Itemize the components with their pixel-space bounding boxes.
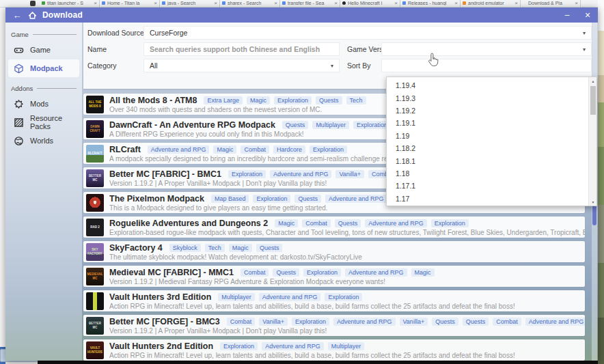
game-version-select[interactable]: ▾ — [381, 42, 592, 56]
modpack-tags: Extra LargeMagicExplorationQuestsTech — [204, 96, 366, 104]
tab-label: android emulator — [468, 1, 513, 5]
section-divider — [33, 34, 77, 35]
version-option[interactable]: 1.19.1 — [387, 117, 588, 129]
home-button[interactable] — [25, 8, 40, 23]
search-input[interactable] — [143, 42, 340, 56]
tab-favicon-icon — [102, 1, 105, 5]
modpack-title: Better MC [FORGE] - BMC3 — [109, 317, 220, 326]
browser-tab[interactable]: sharex - Search× — [220, 0, 280, 7]
sidebar-item-resource-packs[interactable]: Resource Packs — [8, 113, 79, 131]
category-select[interactable]: All ▾ — [143, 59, 340, 72]
version-option[interactable]: 1.19.2 — [387, 104, 588, 117]
browser-tab[interactable]: transfer file - Sea× — [280, 0, 340, 7]
game-version-dropdown: 1.19.4 1.19.3 1.19.2 1.19.1 1.19 1.18.2 … — [386, 76, 597, 206]
tab-close-icon[interactable]: × — [334, 0, 338, 6]
modpack-row[interactable]: SKY FACTORY SkyFactory 4SkyblockTechMagi… — [83, 241, 585, 262]
browser-tab[interactable]: titan launcher - S× — [40, 0, 100, 7]
tab-close-icon[interactable]: × — [154, 0, 157, 6]
back-arrow-icon: ← — [13, 10, 22, 20]
sidebar-item-mods[interactable]: Mods — [8, 95, 79, 113]
modpack-row[interactable]: MEDIEVAL MC Medieval MC [FABRIC] - MMC1C… — [83, 266, 585, 287]
modpack-description: Version 1.19.2 | Medieval Fantasy RPG Ad… — [109, 278, 585, 285]
chevron-down-icon: ▾ — [583, 46, 586, 53]
modpack-title: The Pixelmon Modpack — [109, 194, 204, 204]
tab-label: Releases - huangl — [408, 1, 453, 5]
sort-by-label: Sort By — [347, 61, 370, 70]
mouse-cursor-icon — [428, 53, 439, 67]
tab-favicon-icon — [42, 1, 45, 5]
modpack-title: Vault Hunters 3rd Edition — [109, 292, 211, 302]
sidebar-item-label: Resource Packs — [30, 114, 79, 130]
modpack-title: RLCraft — [109, 145, 141, 154]
modpack-row[interactable]: Vault Hunters 3rd EditionMultiplayerAdve… — [83, 290, 585, 311]
version-option[interactable]: 1.17.1 — [387, 180, 588, 192]
sidebar-item-worlds[interactable]: Worlds — [8, 132, 79, 150]
page-title: Download — [42, 10, 83, 20]
back-button[interactable]: ← — [10, 8, 25, 23]
sidebar-item-modpack[interactable]: Modpack — [8, 59, 79, 77]
version-option[interactable]: 1.19.4 — [387, 79, 588, 92]
close-button[interactable]: × — [580, 8, 595, 23]
tab-close-icon[interactable]: × — [575, 0, 578, 6]
modpack-tag: Exploration — [292, 318, 329, 326]
modpack-tag: Multiplayer — [312, 121, 349, 129]
sort-by-select[interactable] — [381, 59, 592, 72]
browser-tab[interactable]: Download & Pla× — [521, 0, 581, 7]
modpack-row[interactable]: BETTER MC Better MC [FORGE] - BMC3Combat… — [83, 315, 585, 336]
tab-close-icon[interactable]: × — [214, 0, 217, 6]
version-option[interactable]: 1.18.2 — [387, 142, 588, 154]
download-source-label: Download Source — [87, 29, 144, 37]
modpack-row[interactable]: RAD 2 Roguelike Adventures and Dungeons … — [83, 216, 585, 238]
modpack-tag: Map Based — [211, 195, 249, 203]
minimize-icon: – — [565, 10, 570, 20]
version-option[interactable]: 1.18 — [387, 167, 588, 180]
tab-close-icon[interactable]: × — [394, 0, 398, 6]
modpack-tag: Exploration — [310, 145, 347, 154]
version-option[interactable]: 1.19 — [387, 130, 588, 142]
modpack-tag: Exploration — [274, 96, 312, 104]
home-icon — [28, 11, 37, 20]
browser-tab[interactable]: Hello Minecraft l× — [340, 0, 400, 7]
version-option[interactable]: 1.18.1 — [387, 154, 588, 167]
scroll-down-icon[interactable]: ▼ — [589, 198, 597, 206]
minimize-button[interactable]: – — [560, 8, 575, 23]
modpack-tag: Exploration — [253, 195, 290, 203]
background-bottom-strip — [38, 361, 598, 364]
modpack-tag: Adventure and RPG — [333, 318, 396, 326]
sidebar: Game Game Modpack Addons — [5, 23, 82, 361]
browser-tab[interactable]: Releases - huangl× — [400, 0, 461, 7]
scroll-up-icon[interactable]: ▲ — [589, 77, 597, 85]
browser-tab[interactable]: java - Search× — [160, 0, 220, 7]
section-label: Addons — [11, 85, 33, 92]
tab-favicon-icon — [282, 1, 286, 5]
modpack-title: Vault Hunters 2nd Edition — [109, 341, 213, 351]
modpack-icon: BETTER MC — [86, 317, 104, 335]
dropdown-scrollbar[interactable]: ▲ ▼ — [588, 77, 596, 206]
modpack-tag: Magic — [229, 244, 252, 252]
browser-tab[interactable]: Home - Titan la× — [100, 0, 160, 7]
modpack-icon: SKY FACTORY — [86, 243, 104, 261]
modpack-icon: ALL THE MODS 8 — [86, 96, 104, 113]
tab-close-icon[interactable]: × — [94, 0, 97, 6]
dropdown-scrollbar-thumb[interactable] — [590, 86, 596, 115]
version-options: 1.19.4 1.19.3 1.19.2 1.19.1 1.19 1.18.2 … — [387, 77, 588, 206]
modpack-icon: MEDIEVAL MC — [86, 268, 104, 285]
sidebar-item-label: Game — [30, 46, 51, 54]
sidebar-item-label: Mods — [30, 100, 49, 108]
sidebar-item-game[interactable]: Game — [8, 41, 79, 59]
tab-close-icon[interactable]: × — [274, 0, 277, 6]
modpack-tag: Tech — [205, 244, 225, 252]
modpack-tags: SkyblockTechMagicQuests — [169, 244, 283, 252]
section-label: Game — [11, 31, 29, 38]
tab-close-icon[interactable]: × — [514, 0, 518, 6]
tab-close-icon[interactable]: × — [454, 0, 458, 6]
version-option[interactable]: 1.17 — [387, 193, 588, 205]
modpack-tag: Adventure and RPG — [262, 342, 324, 350]
download-source-row: Download Source — [87, 26, 144, 40]
browser-tab[interactable]: android emulator× — [461, 0, 521, 7]
version-option[interactable]: 1.19.3 — [387, 92, 588, 104]
modpack-row[interactable]: VAULT HUNTERS Vault Hunters 2nd EditionE… — [83, 339, 585, 361]
download-source-select[interactable]: CurseForge ▾ — [143, 26, 592, 40]
window-body: Game Game Modpack Addons — [5, 23, 598, 361]
modpack-tag: Adventure and RPG — [270, 170, 332, 178]
